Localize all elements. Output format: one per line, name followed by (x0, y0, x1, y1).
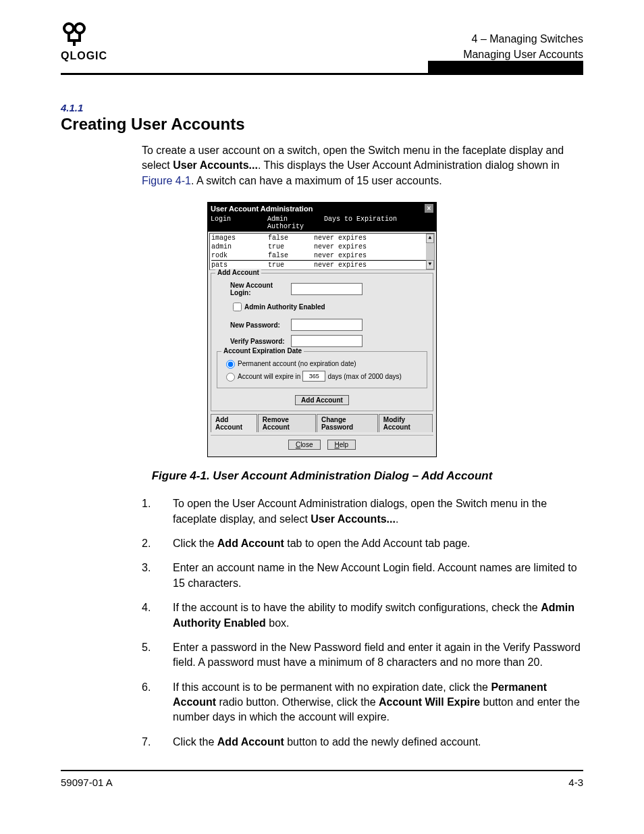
verify-password-input[interactable] (291, 335, 363, 347)
step-4: 4. If the account is to have the ability… (142, 600, 583, 631)
figure-caption: Figure 4-1. User Account Administration … (61, 469, 583, 483)
table-row[interactable]: admin true never expires (211, 242, 434, 251)
intro-paragraph: To create a user account on a switch, op… (142, 143, 583, 188)
fieldset-legend: Add Account (215, 269, 261, 276)
close-button[interactable]: Close (288, 440, 321, 450)
dialog-title: User Account Administration (211, 205, 313, 213)
tab-change-password[interactable]: Change Password (317, 414, 378, 432)
scroll-down-icon[interactable]: ▼ (426, 260, 434, 269)
tab-modify-account[interactable]: Modify Account (379, 414, 433, 432)
new-password-label: New Password: (230, 321, 291, 329)
steps-list: 1. To open the User Account Administrati… (142, 496, 583, 750)
svg-point-0 (64, 24, 74, 33)
expiration-fieldset: Account Expiration Date Permanent accoun… (217, 351, 427, 388)
new-login-input[interactable] (291, 283, 363, 295)
step-5: 5. Enter a password in the New Password … (142, 640, 583, 671)
page-footer: 59097-01 A 4-3 (61, 777, 583, 788)
footer-right: 4-3 (568, 777, 583, 788)
svg-point-1 (75, 24, 84, 33)
add-account-fieldset: Add Account New Account Login: Admin Aut… (211, 273, 433, 411)
tab-add-account[interactable]: Add Account (211, 414, 257, 432)
intro-d: . A switch can have a maximum of 15 user… (191, 175, 442, 186)
new-password-input[interactable] (291, 319, 363, 331)
close-icon[interactable]: × (425, 204, 433, 213)
new-login-label: New Account Login: (230, 282, 291, 296)
admin-authority-label: Admin Authority Enabled (244, 303, 325, 311)
step-2: 2. Click the Add Account tab to open the… (142, 536, 583, 551)
footer-rule (61, 770, 583, 771)
section-line: Managing User Accounts (463, 47, 583, 62)
admin-authority-checkbox[interactable] (233, 303, 242, 311)
table-row[interactable]: pats true never expires (211, 260, 434, 269)
table-row[interactable]: rodk false never expires (211, 251, 434, 260)
dialog-tabs: Add Account Remove Account Change Passwo… (211, 414, 433, 432)
table-header: Login Admin Authority Days to Expiration (208, 214, 436, 232)
chapter-line: 4 – Managing Switches (463, 32, 583, 47)
dialog-bottom-buttons: Close Help (211, 435, 433, 454)
step-6: 6. If this account is to be permanent wi… (142, 680, 583, 725)
intro-c: . This displays the User Account Adminis… (258, 159, 560, 171)
scroll-up-icon[interactable]: ▲ (426, 234, 434, 243)
help-button[interactable]: Help (327, 440, 356, 450)
col-admin: Admin Authority (267, 215, 324, 230)
col-login: Login (211, 215, 267, 230)
logo-icon (61, 20, 88, 47)
table-body: images false never expires admin true ne… (209, 233, 435, 270)
section-number: 4.1.1 (61, 102, 583, 113)
scrollbar[interactable]: ▲ ▼ (426, 234, 434, 269)
step-7: 7. Click the Add Account button to add t… (142, 735, 583, 750)
logo-text: QLOGIC (61, 50, 107, 62)
logo: QLOGIC (61, 20, 107, 62)
step-3: 3. Enter an account name in the New Acco… (142, 561, 583, 591)
tab-remove-account[interactable]: Remove Account (258, 414, 316, 432)
expiration-legend: Account Expiration Date (221, 347, 304, 355)
section-title: Creating User Accounts (61, 115, 583, 134)
expire-days-input[interactable] (302, 371, 325, 382)
add-account-button[interactable]: Add Account (295, 395, 349, 405)
step-1: 1. To open the User Account Administrati… (142, 496, 583, 527)
footer-left: 59097-01 A (61, 777, 113, 788)
verify-password-label: Verify Password: (230, 338, 291, 345)
table-row[interactable]: images false never expires (211, 234, 434, 242)
col-exp: Days to Expiration (324, 215, 433, 230)
figure-link[interactable]: Figure 4-1 (142, 175, 191, 186)
intro-b: User Accounts... (173, 159, 258, 171)
dialog-titlebar: User Account Administration × (208, 203, 436, 214)
permanent-radio[interactable] (226, 360, 235, 369)
expire-label-a: Account will expire in (238, 373, 300, 380)
expire-label-b: days (max of 2000 days) (327, 373, 402, 380)
header-rule (61, 73, 583, 75)
user-account-dialog: User Account Administration × Login Admi… (207, 202, 437, 457)
expire-radio[interactable] (226, 373, 235, 382)
header-right: 4 – Managing Switches Managing User Acco… (463, 32, 583, 62)
permanent-label: Permanent account (no expiration date) (238, 360, 356, 367)
